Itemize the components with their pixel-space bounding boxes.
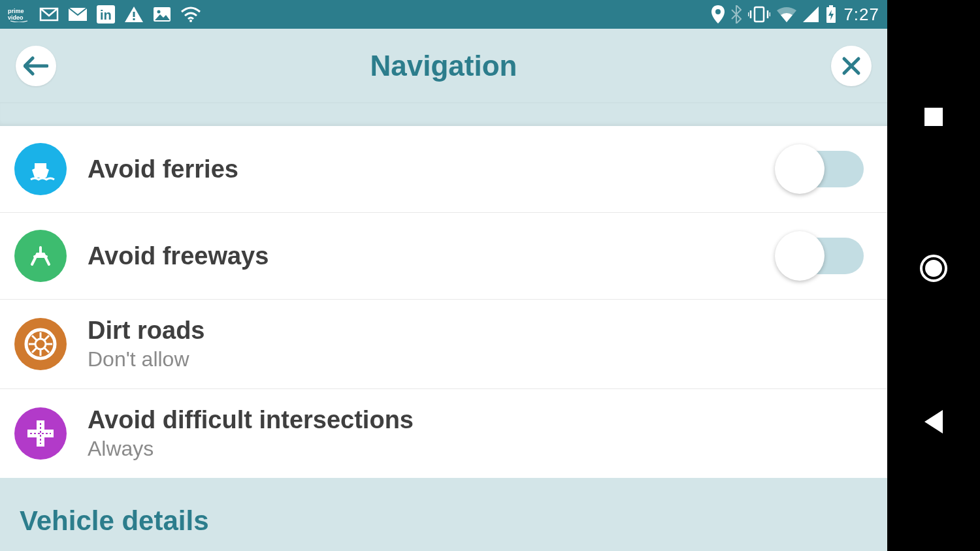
svg-text:prime: prime: [8, 8, 24, 14]
wifi-signal-icon: [777, 7, 796, 22]
row-title: Dirt roads: [88, 317, 873, 345]
page-header: Navigation: [0, 29, 887, 103]
svg-rect-12: [755, 7, 764, 22]
row-subtitle: Always: [88, 437, 873, 461]
bluetooth-icon: [731, 5, 742, 24]
svg-line-27: [44, 336, 49, 340]
svg-point-9: [157, 10, 161, 14]
row-avoid-intersections[interactable]: Avoid difficult intersections Always: [0, 389, 887, 478]
svg-point-20: [35, 339, 46, 349]
vibrate-icon: [748, 6, 770, 23]
row-avoid-freeways[interactable]: Avoid freeways: [0, 213, 887, 300]
svg-line-25: [32, 336, 37, 340]
settings-scroll[interactable]: Avoid ferries Avoid freeways: [0, 103, 887, 551]
svg-rect-18: [829, 5, 833, 7]
page-title: Navigation: [56, 50, 831, 82]
wifi-icon: [180, 7, 201, 22]
arrow-left-icon: [24, 56, 48, 76]
section-title: Vehicle details: [20, 505, 868, 537]
svg-point-10: [189, 20, 192, 22]
wheel-icon: [14, 318, 67, 370]
android-nav-bar: [887, 0, 980, 551]
nav-back-button[interactable]: [924, 410, 943, 433]
row-title: Avoid freeways: [88, 242, 777, 270]
row-title: Avoid ferries: [88, 155, 777, 183]
toggle-avoid-ferries[interactable]: [777, 151, 864, 187]
row-dirt-roads[interactable]: Dirt roads Don't allow: [0, 300, 887, 389]
toggle-avoid-freeways[interactable]: [777, 238, 864, 274]
row-subtitle: Don't allow: [88, 347, 873, 371]
mail-icon: [68, 7, 88, 22]
location-icon: [711, 5, 725, 24]
svg-line-26: [44, 348, 49, 353]
cell-signal-icon: [803, 7, 819, 22]
android-status-bar: primevideo in: [0, 0, 887, 29]
toggle-knob: [775, 231, 825, 281]
row-title: Avoid difficult intersections: [88, 406, 873, 434]
gmail-icon: [39, 6, 59, 23]
linkedin-icon: in: [97, 5, 115, 24]
toggle-knob: [775, 144, 825, 194]
svg-line-28: [32, 348, 37, 353]
close-icon: [841, 56, 861, 76]
freeway-icon: [14, 230, 67, 282]
section-header-vehicle: Vehicle details: [0, 478, 887, 551]
svg-rect-7: [133, 18, 135, 20]
ferry-icon: [14, 143, 67, 195]
warning-icon: [124, 6, 144, 23]
svg-rect-6: [133, 12, 135, 17]
list-top-spacer: [0, 103, 887, 126]
nav-home-button[interactable]: [920, 255, 947, 282]
back-button[interactable]: [16, 46, 56, 86]
intersection-icon: [14, 407, 67, 460]
nav-recent-button[interactable]: [924, 108, 943, 126]
status-clock: 7:27: [843, 5, 879, 25]
svg-point-11: [715, 9, 721, 14]
battery-charging-icon: [825, 5, 837, 24]
prime-video-icon: primevideo: [8, 7, 30, 22]
image-icon: [153, 7, 171, 22]
svg-text:video: video: [8, 14, 24, 21]
close-button[interactable]: [831, 46, 872, 86]
row-avoid-ferries[interactable]: Avoid ferries: [0, 126, 887, 213]
svg-text:in: in: [100, 8, 112, 22]
